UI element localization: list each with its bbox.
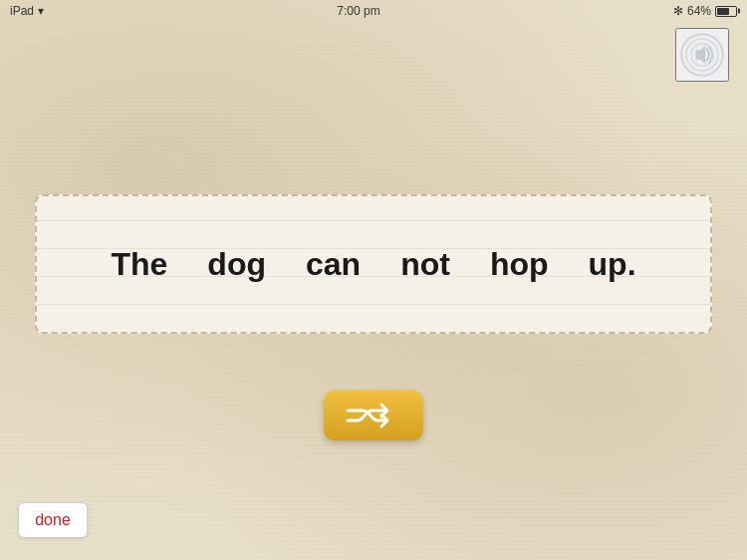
shuffle-icon <box>344 401 403 430</box>
status-time: 7:00 pm <box>337 4 379 18</box>
speaker-icon <box>678 31 726 79</box>
word-the: The <box>111 246 167 283</box>
status-bar: iPad ▾ 7:00 pm ✻ 64% <box>0 0 747 22</box>
word-not: not <box>400 246 450 283</box>
battery-percent: 64% <box>687 4 711 18</box>
word-up: up. <box>589 246 636 283</box>
status-right: ✻ 64% <box>673 4 737 18</box>
battery-icon <box>715 6 737 17</box>
word-can: can <box>306 246 361 283</box>
word-dog: dog <box>207 246 266 283</box>
wifi-icon: ▾ <box>38 4 44 18</box>
svg-marker-3 <box>696 45 706 64</box>
sentence-words: The dog can not hop up. <box>111 246 635 283</box>
done-button[interactable]: done <box>18 502 88 538</box>
status-left: iPad ▾ <box>10 4 44 18</box>
done-label: done <box>35 511 71 529</box>
shuffle-button[interactable] <box>324 391 423 440</box>
battery-fill <box>717 8 729 15</box>
word-hop: hop <box>490 246 549 283</box>
speaker-button[interactable] <box>675 28 729 82</box>
sentence-card: The dog can not hop up. <box>35 194 712 334</box>
bluetooth-icon: ✻ <box>673 4 683 18</box>
battery-bar <box>715 6 737 17</box>
device-label: iPad <box>10 4 34 18</box>
